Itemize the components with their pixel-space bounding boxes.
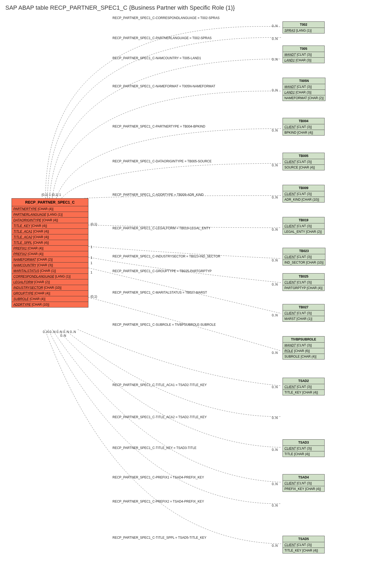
- edge-label: RECP_PARTNER_SPEC1_C-CORRESPONDLANGUAGE …: [112, 16, 220, 20]
- entity-main-field: PREFIX1 [CHAR (4)]: [12, 246, 88, 251]
- entity-field: CLIENT [CLNT (3)]: [283, 446, 324, 451]
- entity-field: SOURCE [CHAR (4)]: [283, 165, 324, 170]
- edge-cardinality: 0..N: [272, 196, 278, 199]
- entity-field: CLIENT [CLNT (3)]: [283, 310, 324, 316]
- card-top-cluster: {0,1} 1 {0,1} 1: [42, 193, 61, 197]
- entity-field: CLIENT [CLNT (3)]: [283, 280, 324, 285]
- entity-main-field: TITLE_ACA2 [CHAR (4)]: [12, 234, 88, 240]
- er-diagram: SAP ABAP table RECP_PARTNER_SPEC1_C {Bus…: [3, 3, 384, 585]
- card-mid-4: 1: [91, 271, 92, 274]
- edge-label: RECP_PARTNER_SPEC1_C-ADDRTYPE = TB009-AD…: [112, 193, 204, 197]
- entity-header: TB023: [283, 248, 325, 254]
- entity-field: ROLE [CHAR (6)]: [283, 348, 324, 354]
- entity-t002: T002SPRAS [LANG (1)]: [283, 21, 325, 33]
- entity-tb004: TB004CLIENT [CLNT (3)]BPKIND [CHAR (4)]: [283, 118, 325, 136]
- entity-header: TB004: [283, 118, 324, 124]
- entity-header: TB025: [283, 274, 324, 280]
- entity-main-field: PREFIX2 [CHAR (4)]: [12, 251, 88, 257]
- card-bottom-cluster: 0..N 0..N 0..N 0..N 0..N: [43, 330, 76, 334]
- edge-cardinality: 0..N: [272, 283, 278, 286]
- edge-cardinality: 0..N: [272, 37, 278, 41]
- entity-tb023: TB023CLIENT [CLNT (3)]IND_SECTOR [CHAR (…: [283, 248, 325, 265]
- entity-header: TB009: [283, 185, 324, 191]
- edge-label: RECP_PARTNER_SPEC1_C-INDUSTRYSECTOR = TB…: [112, 254, 220, 258]
- card-bottom-cluster2: 0..N: [60, 334, 66, 338]
- diagram-title: SAP ABAP table RECP_PARTNER_SPEC1_C {Bus…: [5, 4, 235, 11]
- entity-field: MANDT [CLNT (3)]: [283, 343, 324, 348]
- entity-field: MANDT [CLNT (3)]: [283, 84, 325, 90]
- entity-field: TITLE [CHAR (4)]: [283, 451, 324, 457]
- card-mid-3: 1: [91, 261, 92, 265]
- entity-main-field: NAMCOUNTRY [CHAR (3)]: [12, 263, 88, 268]
- entity-main-field: MARITALSTATUS [CHAR (1)]: [12, 268, 88, 274]
- entity-tsad4: TSAD4CLIENT [CLNT (3)]PREFIX_KEY [CHAR (…: [283, 474, 325, 492]
- edge-label: RECP_PARTNER_SPEC1_C-LEGALFORM = TB019-L…: [112, 226, 211, 230]
- entity-field: ADR_KIND [CHAR (10)]: [283, 197, 324, 202]
- edge-cardinality: 0..N: [272, 259, 278, 262]
- entity-header: T005N: [283, 78, 325, 84]
- entity-field: CLIENT [CLNT (3)]: [283, 124, 324, 130]
- edge-cardinality: 0..N: [272, 448, 278, 452]
- entity-main-field: LEGALFORM [CHAR (2)]: [12, 279, 88, 285]
- entity-field: CLIENT [CLNT (3)]: [283, 223, 324, 229]
- entity-field: LEGAL_ENTY [CHAR (2)]: [283, 229, 324, 234]
- entity-main-field: TITLE_ACA1 [CHAR (4)]: [12, 229, 88, 234]
- entity-field: SUBROLE [CHAR (4)]: [283, 354, 324, 359]
- entity-main-field: PARTNERLANGUAGE [LANG (1)]: [12, 212, 88, 218]
- entity-header: TB027: [283, 304, 324, 310]
- entity-field: PARTGRPTYP [CHAR (4)]: [283, 285, 324, 291]
- entity-tb025: TB025CLIENT [CLNT (3)]PARTGRPTYP [CHAR (…: [283, 273, 325, 291]
- entity-tsad3: TSAD3CLIENT [CLNT (3)]TITLE [CHAR (4)]: [283, 439, 325, 457]
- entity-main-field: SUBROLE [CHAR (4)]: [12, 296, 88, 302]
- entity-header: TB019: [283, 217, 324, 223]
- edge-cardinality: 0..N: [272, 351, 278, 355]
- entity-main-field: ADDRTYPE [CHAR (10)]: [12, 302, 88, 307]
- entity-main-field: CORRESPONDLANGUAGE [LANG (1)]: [12, 274, 88, 279]
- entity-field: IND_SECTOR [CHAR (10)]: [283, 260, 325, 265]
- entity-main-field: TITLE_KEY [CHAR (4)]: [12, 223, 88, 229]
- entity-main-field: PARTNERTYPE [CHAR (4)]: [12, 206, 88, 212]
- edge-label: RECP_PARTNER_SPEC1_C-MARITALSTATUS = TB0…: [112, 291, 207, 294]
- entity-field: SPRAS [LANG (1)]: [283, 28, 324, 33]
- edge-cardinality: 0..N: [272, 228, 278, 231]
- entity-header: TSAD3: [283, 440, 324, 446]
- entity-tsad5: TSAD5CLIENT [CLNT (3)]TITLE_KEY [CHAR (4…: [283, 536, 325, 553]
- edge-cardinality: 0..N: [272, 482, 278, 486]
- entity-header: TB005: [283, 153, 324, 159]
- edge-label: RECP_PARTNER_SPEC1_C-TITLE_ACA1 = TSAD2-…: [112, 383, 207, 387]
- card-mid-2: 1: [91, 256, 92, 260]
- entity-header: TSAD2: [283, 378, 324, 384]
- entity-field: BPKIND [CHAR (4)]: [283, 130, 324, 135]
- entity-field: CLIENT [CLNT (3)]: [283, 191, 324, 197]
- card-mid-1: 1: [91, 245, 92, 249]
- edge-cardinality: 0..N: [272, 88, 278, 92]
- edge-cardinality: 0..N: [272, 544, 278, 548]
- entity-header: T005: [283, 46, 324, 52]
- edge-cardinality: 0..N: [272, 385, 278, 389]
- entity-field: CLIENT [CLNT (3)]: [283, 384, 324, 390]
- edge-label: RECP_PARTNER_SPEC1_C-SUBROLE = TIVBPSUBR…: [112, 323, 216, 327]
- edge-label: RECP_PARTNER_SPEC1_C-DATAORIGINTYPE = TB…: [112, 159, 212, 163]
- entity-tivbpsubrole: TIVBPSUBROLEMANDT [CLNT (3)]ROLE [CHAR (…: [283, 336, 325, 359]
- entity-t005: T005MANDT [CLNT (3)]LAND1 [CHAR (3)]: [283, 46, 325, 63]
- entity-header: TSAD4: [283, 474, 324, 481]
- edge-label: RECP_PARTNER_SPEC1_C-GROUPTYPE = TB025-P…: [112, 269, 212, 273]
- entity-field: LAND1 [CHAR (3)]: [283, 90, 325, 95]
- edge-cardinality: 0..N: [272, 163, 278, 167]
- entity-field: CLIENT [CLNT (3)]: [283, 254, 325, 260]
- entity-t005n: T005NMANDT [CLNT (3)]LAND1 [CHAR (3)]NAM…: [283, 78, 325, 101]
- edge-label: RECP_PARTNER_SPEC1_C-PARTNERLANGUAGE = T…: [112, 36, 212, 40]
- edge-label: RECP_PARTNER_SPEC1_C-PREFIX1 = TSAD4-PRE…: [112, 475, 204, 479]
- edge-cardinality: 0..N: [272, 313, 278, 317]
- entity-main-field: DATAORIGINTYPE [CHAR (4)]: [12, 218, 88, 223]
- entity-tb009: TB009CLIENT [CLNT (3)]ADR_KIND [CHAR (10…: [283, 185, 325, 203]
- edge-label: RECP_PARTNER_SPEC1_C-TITLE_KEY = TSAD3-T…: [112, 446, 197, 450]
- entity-tb005: TB005CLIENT [CLNT (3)]SOURCE [CHAR (4)]: [283, 153, 325, 170]
- entity-main: RECP_PARTNER_SPEC1_C PARTNERTYPE [CHAR (…: [12, 198, 88, 308]
- edge-label: RECP_PARTNER_SPEC1_C-TITLE_ACA2 = TSAD2-…: [112, 415, 207, 419]
- entity-field: LAND1 [CHAR (3)]: [283, 58, 324, 63]
- entity-header: TSAD5: [283, 536, 324, 542]
- edge-cardinality: 0..N: [272, 504, 278, 507]
- entity-tsad2: TSAD2CLIENT [CLNT (3)]TITLE_KEY [CHAR (4…: [283, 378, 325, 395]
- entity-main-fields: PARTNERTYPE [CHAR (4)]PARTNERLANGUAGE [L…: [12, 206, 88, 307]
